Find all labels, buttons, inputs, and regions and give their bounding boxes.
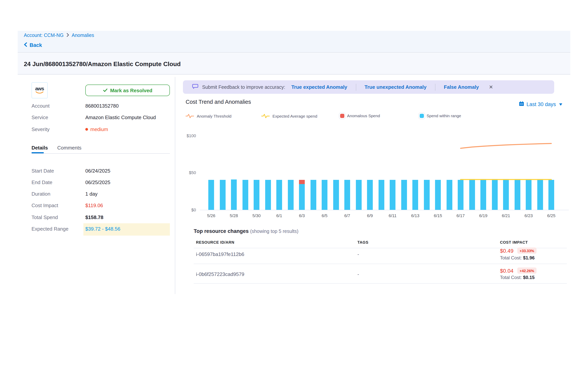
account-label: Account [32,103,85,109]
service-value: Amazon Elastic Compute Cloud [85,114,156,120]
x-tick-6/17: 6/17 [452,213,469,218]
resource-cost-impact: $0.49+33.33% [500,248,536,254]
feedback-prompt: Submit Feedback to improve accuracy: [202,84,285,90]
table-divider [194,264,567,264]
resource-cost-impact: $0.04+42.26% [500,268,536,274]
x-tick-6/21: 6/21 [498,213,514,218]
breadcrumb-account-link[interactable]: Account: CCM-NG [24,33,64,38]
speech-bubble-icon [192,84,198,90]
feedback-true-unexpected[interactable]: True unexpected Anomaly [364,84,426,90]
chevron-left-icon [24,42,27,48]
service-label: Service [32,114,85,120]
percent-badge: +42.26% [517,268,536,274]
tab-comments[interactable]: Comments [57,145,82,151]
aws-logo: aws [32,82,48,98]
legend-anomaly-threshold: Anomaly Threshold [186,113,232,119]
blue-square-icon [420,114,424,118]
date-range-selector[interactable]: Last 30 days [519,101,562,108]
x-tick-6/9: 6/9 [362,213,378,218]
feedback-false-anomaly[interactable]: False Anomaly [444,84,479,90]
percent-badge: +33.33% [517,248,536,254]
x-tick-6/23: 6/23 [520,213,537,218]
legend-anomalous-spend: Anomalous Spend [340,113,380,118]
pulse-line-icon [186,113,194,119]
y-tick-100: $100 [179,133,196,138]
chevron-down-icon [559,103,562,106]
chevron-right-icon [66,33,69,38]
page-title: 24 Jun/868001352780/Amazon Elastic Compu… [24,61,181,68]
resources-subtitle: (showing top 5 results) [250,229,298,234]
breadcrumb-anomalies-link[interactable]: Anomalies [72,33,94,38]
x-tick-6/15: 6/15 [430,213,446,218]
account-value: 868001352780 [85,103,119,109]
x-tick-6/5: 6/5 [316,213,333,218]
resource-tags: - [358,251,359,257]
calendar-icon [519,101,524,108]
chart-title: Cost Trend and Anomalies [186,99,251,105]
x-tick-6/7: 6/7 [339,213,356,218]
legend-spend-within-range: Spend within range [420,113,461,118]
detail-row-cost-impact: Cost Impact $119.06 [32,202,103,208]
column-header-tags: TAGS [358,240,368,244]
column-header-resource: RESOURCE ID/ARN [196,240,234,244]
severity-value: medium [85,126,108,132]
red-square-icon [340,114,344,118]
tab-details[interactable]: Details [32,145,48,151]
x-tick-6/1: 6/1 [271,213,288,218]
severity-dot-icon [85,128,88,131]
tab-divider [32,153,170,154]
table-divider [194,283,567,284]
feedback-bar: Submit Feedback to improve accuracy: Tru… [183,80,554,94]
x-tick-6/11: 6/11 [384,213,401,218]
x-tick-5/28: 5/28 [226,213,242,218]
breadcrumb: Account: CCM-NG Anomalies [24,33,94,38]
detail-row-expected-range: Expected Range $39.72 - $48.56 [32,226,120,232]
mark-as-resolved-button[interactable]: Mark as Resolved [85,84,170,96]
column-header-cost-impact: COST IMPACT [500,240,528,244]
x-tick-6/25: 6/25 [543,213,560,218]
aws-smile-icon [35,91,44,94]
check-icon [103,88,108,93]
severity-label: Severity [32,126,85,132]
resource-total-cost: Total Cost: $0.15 [500,275,534,280]
resource-id: i-0b6f257223cad9579 [196,271,244,277]
service-field: Service Amazon Elastic Compute Cloud [32,114,156,120]
pulse-line-icon [261,113,270,119]
feedback-true-expected[interactable]: True expected Anomaly [291,84,347,90]
anomaly-detail-page: Account: CCM-NG Anomalies Back 24 Jun/86… [0,0,588,392]
resources-section-title: Top resource changes (showing top 5 resu… [194,228,298,234]
detail-row: Duration 1 day [32,191,98,197]
detail-row: Start Date 06/24/2025 [32,168,110,174]
breadcrumb-band [18,31,570,53]
back-button[interactable]: Back [24,42,42,48]
detail-row: End Date 06/25/2025 [32,180,110,185]
feedback-separator [356,84,356,90]
detail-row-total-spend: Total Spend $158.78 [32,214,104,220]
cost-trend-chart [200,132,569,210]
close-icon[interactable]: ✕ [489,84,493,90]
x-tick-5/26: 5/26 [203,213,220,218]
y-tick-50: $50 [179,170,196,175]
lines-layer [200,132,569,210]
x-tick-6/3: 6/3 [294,213,310,218]
anomaly-threshold-line [460,144,551,148]
resource-id: i-06597ba197fe112b6 [196,251,244,257]
severity-field: Severity medium [32,126,108,132]
resource-total-cost: Total Cost: $1.96 [500,255,534,260]
account-field: Account 868001352780 [32,103,119,109]
feedback-separator [435,84,436,90]
legend-expected-average: Expected Average spend [261,113,317,119]
x-tick-6/13: 6/13 [407,213,424,218]
resource-tags: - [358,271,359,277]
y-tick-0: $0 [179,208,196,212]
x-tick-6/19: 6/19 [475,213,492,218]
panel-divider [175,77,175,294]
x-tick-5/30: 5/30 [248,213,265,218]
